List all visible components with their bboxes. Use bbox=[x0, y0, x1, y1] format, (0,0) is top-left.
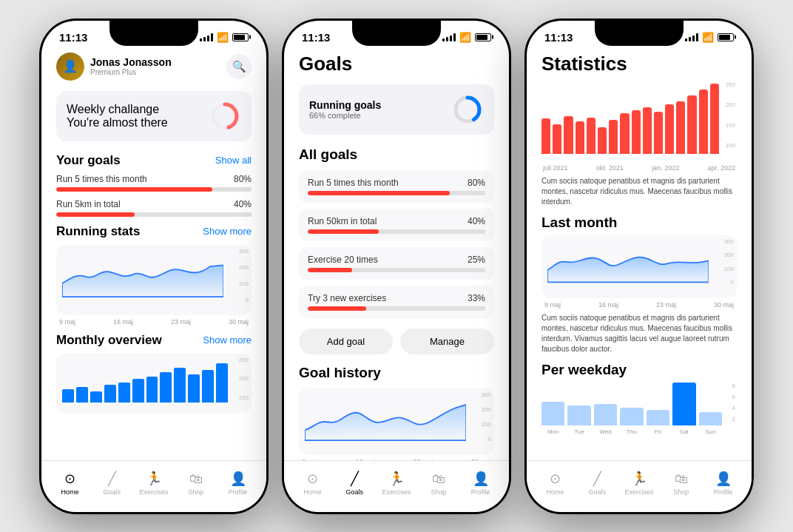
weekday-bar-tue bbox=[567, 405, 590, 425]
tab2-exercises[interactable]: 🏃 Exercises bbox=[376, 471, 418, 496]
all-goal-bar-fill-3 bbox=[308, 268, 352, 272]
red-bar bbox=[576, 121, 584, 153]
tab-shop[interactable]: 🛍 Shop bbox=[175, 471, 217, 496]
red-bars-container bbox=[541, 81, 737, 155]
manage-button[interactable]: Manage bbox=[400, 329, 494, 354]
add-goal-button[interactable]: Add goal bbox=[299, 329, 393, 354]
tab2-shop-label: Shop bbox=[431, 488, 446, 496]
running-stats-y-labels: 300 200 100 0 bbox=[239, 248, 249, 303]
tab2-goals[interactable]: ╱ Goals bbox=[334, 471, 376, 496]
last-month-title: Last month bbox=[541, 215, 737, 231]
status-time-1: 11:13 bbox=[59, 31, 87, 44]
all-goal-name-4: Try 3 new exercises bbox=[308, 293, 386, 303]
exercises-icon-2: 🏃 bbox=[388, 471, 405, 487]
tab2-shop[interactable]: 🛍 Shop bbox=[417, 471, 459, 496]
last-month-svg bbox=[547, 241, 709, 284]
red-bar bbox=[598, 127, 607, 153]
running-goals-text: Running goals 66% complete bbox=[309, 99, 381, 120]
all-goal-bar-bg-2 bbox=[308, 229, 485, 234]
red-bar bbox=[654, 112, 663, 154]
stats-desc-2: Cum sociis natoque penatibus et magnis d… bbox=[541, 313, 737, 354]
tab-goals[interactable]: ╱ Goals bbox=[91, 471, 133, 496]
monthly-link[interactable]: Show more bbox=[203, 334, 252, 346]
tab3-shop[interactable]: 🛍 Shop bbox=[660, 471, 702, 496]
phones-container: 11:13 📶 👤 bbox=[24, 4, 769, 529]
tab-exercises[interactable]: 🏃 Exercises bbox=[133, 471, 175, 496]
tab3-profile[interactable]: 👤 Profile bbox=[702, 471, 744, 496]
progress-bg-1 bbox=[56, 187, 252, 192]
monthly-overview-chart: 250 200 150 bbox=[56, 354, 252, 413]
profile-icon: 👤 bbox=[230, 471, 246, 487]
monthly-bar bbox=[188, 374, 200, 403]
all-goal-bar-bg-4 bbox=[308, 306, 485, 311]
avatar: 👤 bbox=[56, 53, 84, 81]
exercises-icon: 🏃 bbox=[146, 471, 162, 487]
tab3-home[interactable]: ⊙ Home bbox=[534, 471, 576, 496]
status-time-2: 11:13 bbox=[302, 31, 330, 44]
tab-goals-label: Goals bbox=[103, 488, 121, 496]
battery-icon-1 bbox=[232, 33, 249, 41]
shop-icon-3: 🛍 bbox=[675, 471, 688, 487]
home-icon-2: ⊙ bbox=[307, 471, 318, 487]
red-bar bbox=[699, 90, 708, 153]
red-bar bbox=[687, 95, 696, 153]
last-month-chart: 300 200 100 0 bbox=[541, 235, 737, 298]
tab2-goals-label: Goals bbox=[345, 488, 363, 496]
show-all-link[interactable]: Show all bbox=[215, 155, 252, 166]
user-plan: Premium Plus bbox=[90, 68, 172, 76]
progress-fill-1 bbox=[56, 187, 212, 192]
signal-icon-1 bbox=[200, 33, 213, 41]
goal-pct-2: 40% bbox=[234, 199, 252, 209]
red-bar bbox=[676, 101, 685, 154]
weekday-label-thu: Thu bbox=[620, 428, 643, 435]
tab3-exercises-label: Exercises bbox=[624, 488, 653, 496]
tab-bar-1: ⊙ Home ╱ Goals 🏃 Exercises 🛍 Shop 👤 bbox=[41, 460, 266, 512]
goal-item-1: Run 5 times this month 80% bbox=[56, 174, 252, 192]
weekday-bar-mon bbox=[541, 402, 564, 425]
tab2-home[interactable]: ⊙ Home bbox=[291, 471, 334, 496]
running-stats-chart: 300 200 100 0 bbox=[56, 245, 252, 315]
red-bar bbox=[643, 107, 652, 154]
last-month-x-labels: 9 maj 16 maj 23 maj 30 maj bbox=[541, 301, 737, 309]
tab3-shop-label: Shop bbox=[673, 488, 689, 496]
goals-icon-3: ╱ bbox=[593, 471, 601, 487]
tab-exercises-label: Exercises bbox=[139, 488, 168, 496]
notch bbox=[109, 21, 198, 46]
running-stats-link[interactable]: Show more bbox=[203, 226, 252, 237]
tab3-goals[interactable]: ╱ Goals bbox=[576, 471, 618, 496]
tab-home-label: Home bbox=[61, 488, 78, 496]
phone-statistics: 11:13 📶 Statistics 25 bbox=[524, 18, 754, 514]
weekday-label-sun: Sun bbox=[699, 428, 722, 435]
goal-name-2: Run 5km in total bbox=[56, 199, 121, 209]
goal-pct-1: 80% bbox=[234, 174, 252, 184]
goal-history-y-labels: 300 200 100 0 bbox=[482, 391, 491, 443]
last-month-y-labels: 300 200 100 0 bbox=[724, 238, 734, 286]
weekday-label-sat: Sat bbox=[672, 428, 695, 435]
running-goals-card: Running goals 66% complete bbox=[299, 84, 494, 135]
challenge-text: Weekly challange You're almost there bbox=[67, 103, 168, 129]
battery-icon-3 bbox=[718, 33, 734, 41]
progress-fill-2 bbox=[56, 212, 135, 217]
tab-home[interactable]: ⊙ Home bbox=[49, 471, 91, 496]
weekday-bar-sat bbox=[672, 383, 695, 425]
tab-profile[interactable]: 👤 Profile bbox=[217, 471, 259, 496]
phone-home: 11:13 📶 👤 bbox=[39, 18, 269, 514]
tab3-exercises[interactable]: 🏃 Exercises bbox=[618, 471, 661, 496]
profile-icon-3: 👤 bbox=[715, 471, 732, 487]
user-name: Jonas Jonasson bbox=[90, 56, 172, 68]
red-bar bbox=[609, 120, 618, 153]
weekday-label-wed: Wed bbox=[594, 428, 617, 435]
monthly-bar bbox=[118, 383, 130, 402]
goal-name-1: Run 5 times this month bbox=[56, 174, 147, 184]
all-goal-bar-bg-1 bbox=[308, 191, 485, 195]
weekday-y-labels: 8 6 4 2 bbox=[732, 383, 735, 423]
battery-icon-2 bbox=[475, 33, 491, 41]
status-icons-3: 📶 bbox=[685, 32, 734, 43]
tab2-home-label: Home bbox=[303, 488, 321, 496]
search-button[interactable]: 🔍 bbox=[226, 54, 252, 79]
profile-icon-2: 👤 bbox=[473, 471, 489, 487]
tab2-profile[interactable]: 👤 Profile bbox=[459, 471, 502, 496]
monthly-bar bbox=[104, 385, 116, 402]
running-goals-donut bbox=[451, 93, 484, 126]
all-goal-pct-3: 25% bbox=[468, 255, 485, 265]
